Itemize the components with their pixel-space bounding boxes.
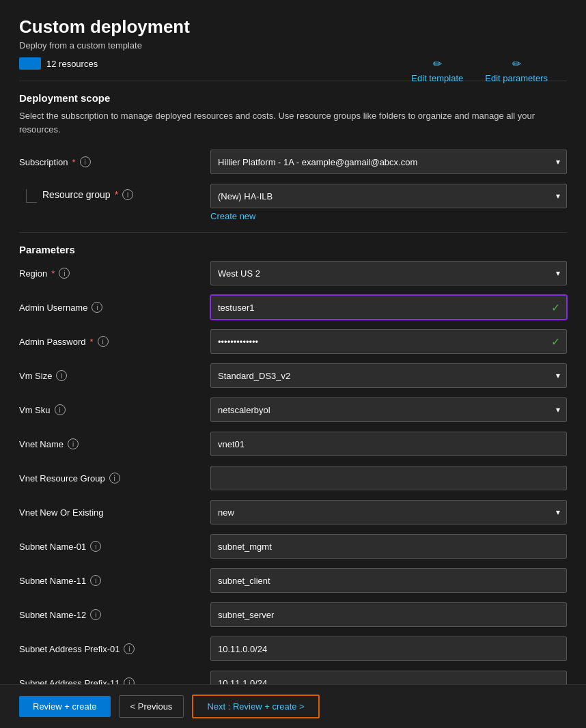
admin-password-required: *: [90, 337, 94, 347]
subnet-addr-prefix-01-row: Subnet Address Prefix-01 i: [19, 636, 567, 661]
subnet-addr-prefix-01-label: Subnet Address Prefix-01: [19, 644, 120, 654]
vnet-new-or-existing-row: Vnet New Or Existing new ▾: [19, 500, 567, 524]
vnet-resource-group-control: [210, 466, 567, 490]
resource-group-control: (New) HA-ILB ▾ Create new: [210, 184, 567, 221]
vm-size-info-icon[interactable]: i: [56, 370, 67, 381]
edit-parameters-label: Edit parameters: [485, 73, 548, 83]
vm-sku-info-icon[interactable]: i: [55, 404, 66, 415]
region-control: West US 2 ▾: [210, 261, 567, 285]
vnet-resource-group-row: Vnet Resource Group i: [19, 466, 567, 490]
subnet-name-01-input[interactable]: [210, 534, 567, 559]
create-new-link[interactable]: Create new: [210, 211, 255, 221]
vm-size-label: Vm Size: [19, 371, 52, 381]
resource-group-required: *: [115, 189, 118, 200]
vnet-name-input[interactable]: [210, 432, 567, 456]
deployment-scope-title: Deployment scope: [19, 92, 567, 104]
resources-icon: [19, 57, 41, 70]
subnet-name-11-control: [210, 568, 567, 593]
subscription-row: Subscription * i Hillier Platform - 1A -…: [19, 150, 567, 174]
vm-size-select[interactable]: Standard_DS3_v2: [210, 363, 567, 388]
admin-username-info-icon[interactable]: i: [92, 302, 102, 313]
region-info-icon[interactable]: i: [59, 268, 70, 279]
vm-size-control: Standard_DS3_v2 ▾: [210, 363, 567, 388]
edit-template-link[interactable]: ✏ Edit template: [411, 57, 463, 83]
previous-button[interactable]: < Previous: [119, 695, 184, 718]
subnet-name-01-info-icon[interactable]: i: [90, 541, 101, 552]
indent-line: [26, 189, 37, 203]
vm-size-row: Vm Size i Standard_DS3_v2 ▾: [19, 363, 567, 388]
divider-2: [19, 232, 567, 233]
resource-group-label: Resource group: [42, 189, 111, 200]
next-button[interactable]: Next : Review + create >: [192, 695, 319, 718]
resource-group-row: Resource group * i (New) HA-ILB ▾ Create…: [19, 184, 567, 221]
subscription-select[interactable]: Hillier Platform - 1A - example@gamail@a…: [210, 150, 567, 174]
edit-parameters-icon: ✏: [512, 57, 521, 70]
parameters-section: Parameters Region * i West US 2 ▾ Admin …: [19, 244, 567, 695]
subscription-required: *: [72, 157, 76, 167]
region-label: Region: [19, 268, 47, 279]
subnet-addr-prefix-01-info-icon[interactable]: i: [124, 643, 135, 654]
admin-password-control: ✓: [210, 329, 567, 354]
parameters-title: Parameters: [19, 244, 567, 255]
admin-username-control: ✓: [210, 295, 567, 320]
admin-password-row: Admin Password * i ✓: [19, 329, 567, 354]
subscription-control: Hillier Platform - 1A - example@gamail@a…: [210, 150, 567, 174]
vnet-new-or-existing-select[interactable]: new: [210, 500, 567, 524]
deployment-scope-section: Deployment scope Select the subscription…: [19, 92, 567, 221]
subnet-name-12-control: [210, 602, 567, 627]
admin-username-input[interactable]: [210, 295, 567, 320]
subscription-info-icon[interactable]: i: [80, 156, 91, 167]
vm-sku-select[interactable]: netscalerbyol: [210, 397, 567, 422]
subnet-name-01-row: Subnet Name-01 i: [19, 534, 567, 559]
page-subtitle: Deploy from a custom template: [19, 40, 567, 51]
subnet-name-11-info-icon[interactable]: i: [90, 575, 101, 586]
subscription-label: Subscription: [19, 157, 68, 167]
subnet-name-12-info-icon[interactable]: i: [90, 609, 101, 620]
resources-count: 12 resources: [46, 59, 98, 69]
region-select[interactable]: West US 2: [210, 261, 567, 285]
review-create-button[interactable]: Review + create: [19, 696, 111, 717]
vnet-resource-group-input[interactable]: [210, 466, 567, 490]
vnet-resource-group-info-icon[interactable]: i: [109, 473, 120, 484]
vnet-name-row: Vnet Name i: [19, 432, 567, 456]
vm-sku-row: Vm Sku i netscalerbyol ▾: [19, 397, 567, 422]
resource-group-info-icon[interactable]: i: [122, 189, 133, 200]
admin-username-check-icon: ✓: [551, 301, 560, 314]
subnet-name-11-row: Subnet Name-11 i: [19, 568, 567, 593]
page-title: Custom deployment: [19, 16, 567, 38]
subnet-name-12-input[interactable]: [210, 602, 567, 627]
admin-password-info-icon[interactable]: i: [98, 336, 109, 347]
subnet-addr-prefix-01-control: [210, 636, 567, 661]
admin-password-label: Admin Password: [19, 337, 86, 347]
bottom-bar: Review + create < Previous Next : Review…: [0, 684, 586, 728]
deployment-scope-desc: Select the subscription to manage deploy…: [19, 109, 567, 136]
vnet-name-label: Vnet Name: [19, 439, 64, 449]
edit-template-icon: ✏: [433, 57, 442, 70]
edit-parameters-link[interactable]: ✏ Edit parameters: [485, 57, 548, 83]
vnet-new-or-existing-label: Vnet New Or Existing: [19, 507, 104, 518]
vm-sku-label: Vm Sku: [19, 405, 51, 415]
subnet-addr-prefix-01-input[interactable]: [210, 636, 567, 661]
vnet-name-info-icon[interactable]: i: [68, 438, 79, 449]
admin-password-input[interactable]: [210, 329, 567, 354]
subnet-name-11-label: Subnet Name-11: [19, 576, 86, 586]
subnet-name-01-control: [210, 534, 567, 559]
subnet-name-12-label: Subnet Name-12: [19, 610, 86, 620]
vnet-name-control: [210, 432, 567, 456]
vnet-resource-group-label: Vnet Resource Group: [19, 473, 105, 484]
region-required: *: [51, 268, 55, 279]
resource-group-select[interactable]: (New) HA-ILB: [210, 184, 567, 208]
resource-group-indent: Resource group * i: [19, 184, 210, 203]
region-row: Region * i West US 2 ▾: [19, 261, 567, 285]
subnet-name-01-label: Subnet Name-01: [19, 542, 86, 552]
subnet-name-12-row: Subnet Name-12 i: [19, 602, 567, 627]
vm-sku-control: netscalerbyol ▾: [210, 397, 567, 422]
admin-username-label: Admin Username: [19, 303, 87, 313]
edit-template-label: Edit template: [411, 73, 463, 83]
subnet-name-11-input[interactable]: [210, 568, 567, 593]
admin-password-check-icon: ✓: [551, 335, 560, 348]
vnet-new-or-existing-control: new ▾: [210, 500, 567, 524]
admin-username-row: Admin Username i ✓: [19, 295, 567, 320]
